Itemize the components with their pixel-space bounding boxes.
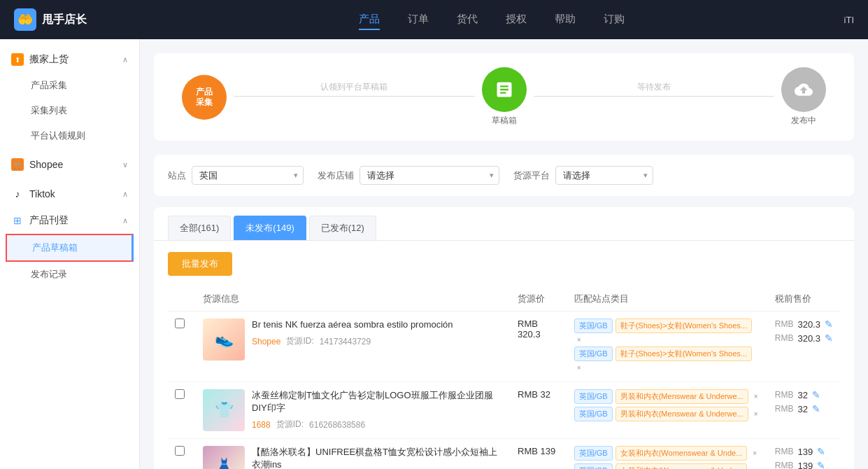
shop-select[interactable]: 请选择	[360, 166, 499, 185]
row2-edit-icon-2[interactable]: ✎	[812, 403, 820, 414]
nav-help[interactable]: 帮助	[555, 10, 576, 30]
row1-product-source: Shopee 货源ID: 14173443729	[252, 335, 504, 347]
row1-edit-icon-2[interactable]: ✎	[825, 332, 833, 344]
shopee-icon: 🛒	[11, 158, 24, 171]
row3-tax-price-row-2: RMB 139 ✎	[775, 460, 833, 469]
row2-source-name: 1688	[252, 420, 271, 430]
sidebar-item-label-product-publish: 产品刊登	[29, 214, 69, 227]
step-label-publishing: 发布中	[791, 115, 816, 127]
table-header-row: 货源信息 货源价 匹配站点类目 税前售价	[168, 287, 840, 312]
row2-category-tag-1: 男装和内衣(Menswear & Underwe...	[616, 389, 748, 404]
row1-source-id: 14173443729	[320, 337, 371, 346]
sidebar-section-shopee: 🛒 Shopee ∨	[0, 151, 139, 178]
row1-currency-2: RMB	[775, 333, 794, 343]
sidebar-item-platform-rules[interactable]: 平台认领规则	[0, 123, 139, 148]
sidebar-section-header-tiktok[interactable]: ♪ Tiktok ∧	[0, 181, 139, 207]
connector-label-2: 等待发布	[637, 81, 671, 93]
source-select[interactable]: 请选择	[555, 166, 653, 185]
row3-edit-icon-2[interactable]: ✎	[817, 460, 825, 469]
tabs-bar: 全部(161) 未发布(149) 已发布(12)	[154, 207, 854, 241]
source-select-wrapper: 请选择	[555, 166, 653, 185]
sidebar-section-header-move-upload[interactable]: ⬆ 搬家上货 ∧	[0, 46, 139, 73]
row2-price-val-1: 32	[797, 390, 807, 400]
batch-publish-button[interactable]: 批量发布	[168, 252, 232, 276]
row2-tag-close-2[interactable]: ×	[754, 410, 758, 418]
steps-container: 产品 采集 认领到平台草稿箱 草稿箱	[182, 67, 826, 127]
sidebar-item-product-collect[interactable]: 产品采集	[0, 73, 139, 98]
row3-category-tag-2: 女装和内衣(Womenswear & Unde...	[616, 463, 748, 469]
row2-tag-close-1[interactable]: ×	[754, 393, 758, 400]
row1-edit-icon-1[interactable]: ✎	[825, 318, 833, 330]
site-select[interactable]: 英国 美国 德国 法国	[192, 166, 304, 185]
row3-currency-1: RMB	[775, 447, 794, 456]
row3-checkbox-cell	[168, 439, 196, 470]
filter-site-label: 站点	[168, 169, 186, 182]
sidebar-item-publish-record[interactable]: 发布记录	[0, 262, 139, 287]
sidebar-section-label-shopee: Shopee	[29, 159, 63, 170]
tab-published[interactable]: 已发布(12)	[309, 216, 376, 240]
row1-country-2: 英国/GB	[574, 346, 613, 361]
row2-edit-icon-1[interactable]: ✎	[812, 389, 820, 400]
sidebar-section-header-shopee[interactable]: 🛒 Shopee ∨	[0, 151, 139, 178]
connector-1: 认领到平台草稿箱	[234, 81, 475, 97]
row1-currency-1: RMB	[775, 319, 794, 329]
page-layout: ⬆ 搬家上货 ∧ 产品采集 采集列表 平台认领规则 🛒 Shopee ∨	[0, 39, 868, 469]
grid-icon: ⊞	[11, 214, 24, 227]
tab-unpublished[interactable]: 未发布(149)	[234, 216, 306, 240]
products-panel: 全部(161) 未发布(149) 已发布(12) 批量发布 货源信息 货源价 匹…	[154, 207, 854, 469]
row1-tax-price-row-1: RMB 320.3 ✎	[775, 318, 833, 330]
row3-price-val-2: 139	[797, 461, 813, 470]
steps-bar: 产品 采集 认领到平台草稿箱 草稿箱	[154, 53, 854, 141]
row2-product-cell: 👕 冰蚕丝棉定制T恤文化广告衫定制LOGO班服工作服企业团服DIY印字 1688…	[196, 382, 511, 439]
th-empty	[442, 287, 511, 312]
filter-site-group: 站点 英国 美国 德国 法国	[168, 166, 304, 185]
row2-categories: 英国/GB 男装和内衣(Menswear & Underwe... × 英国/G…	[567, 382, 768, 439]
row2-product-info: 👕 冰蚕丝棉定制T恤文化广告衫定制LOGO班服工作服企业团服DIY印字 1688…	[203, 389, 504, 431]
row1-thumb: 👟	[203, 318, 245, 360]
row1-tag-close-1[interactable]: ×	[577, 336, 581, 344]
nav-freight[interactable]: 货代	[457, 10, 478, 30]
row1-tax-prices: RMB 320.3 ✎ RMB 320.3 ✎	[768, 312, 840, 382]
row2-category-tag-2: 男装和内衣(Menswear & Underwe...	[616, 407, 748, 421]
row1-source-name: Shopee	[252, 337, 280, 346]
row3-checkbox[interactable]	[175, 446, 185, 456]
row1-categories: 英国/GB 鞋子(Shoes)>女鞋(Women's Shoes... × 英国…	[567, 312, 768, 382]
row2-currency-2: RMB	[775, 404, 794, 414]
th-checkbox	[168, 287, 196, 312]
row1-category-row-1: 英国/GB 鞋子(Shoes)>女鞋(Women's Shoes... ×	[574, 318, 761, 344]
nav-auth[interactable]: 授权	[506, 10, 527, 30]
row2-checkbox[interactable]	[175, 389, 185, 399]
nav-products[interactable]: 产品	[359, 10, 380, 30]
tab-all[interactable]: 全部(161)	[168, 216, 231, 240]
row2-tax-prices: RMB 32 ✎ RMB 32 ✎	[768, 382, 840, 439]
row2-price: RMB 32	[511, 382, 567, 439]
row3-tag-close-1[interactable]: ×	[753, 449, 757, 457]
filter-bar: 站点 英国 美国 德国 法国 发布店铺 请选择	[154, 155, 854, 196]
th-price: 货源价	[511, 287, 567, 312]
logo: 🤲 甩手店长	[14, 8, 112, 31]
row3-tax-price-row-1: RMB 139 ✎	[775, 446, 833, 457]
row2-tax-price-cell: RMB 32 ✎ RMB 32 ✎	[775, 389, 833, 414]
filter-source-group: 货源平台 请选择	[513, 166, 653, 185]
chevron-up-icon-publish: ∧	[122, 216, 128, 225]
row1-tax-price-row-2: RMB 320.3 ✎	[775, 332, 833, 344]
sidebar-item-product-publish-group[interactable]: ⊞ 产品刊登 ∧	[0, 207, 139, 234]
row3-edit-icon-1[interactable]: ✎	[817, 446, 825, 457]
row1-price: RMB 320.3	[511, 312, 567, 382]
sidebar-section-tiktok: ♪ Tiktok ∧ ⊞ 产品刊登 ∧ 产品草稿箱 发布记录	[0, 181, 139, 287]
connector-2: 等待发布	[534, 81, 775, 97]
row3-price: RMB 139	[511, 439, 567, 470]
step-draft: 草稿箱	[482, 67, 527, 127]
row1-tag-close-2[interactable]: ×	[577, 364, 581, 372]
sidebar-item-collect-list[interactable]: 采集列表	[0, 98, 139, 123]
sidebar-item-product-draft[interactable]: 产品草稿箱	[6, 234, 134, 262]
nav-purchase[interactable]: 订购	[604, 10, 625, 30]
publish-icon	[795, 80, 813, 99]
nav-orders[interactable]: 订单	[408, 10, 429, 30]
connector-line-2	[534, 96, 775, 97]
user-badge: iTI	[844, 15, 854, 25]
row3-categories: 英国/GB 女装和内衣(Womenswear & Unde... × 英国/GB…	[567, 439, 768, 470]
row1-checkbox[interactable]	[175, 318, 185, 328]
row3-tax-price-cell: RMB 139 ✎ RMB 139 ✎	[775, 446, 833, 469]
row2-product-text: 冰蚕丝棉定制T恤文化广告衫定制LOGO班服工作服企业团服DIY印字 1688 货…	[252, 389, 504, 430]
